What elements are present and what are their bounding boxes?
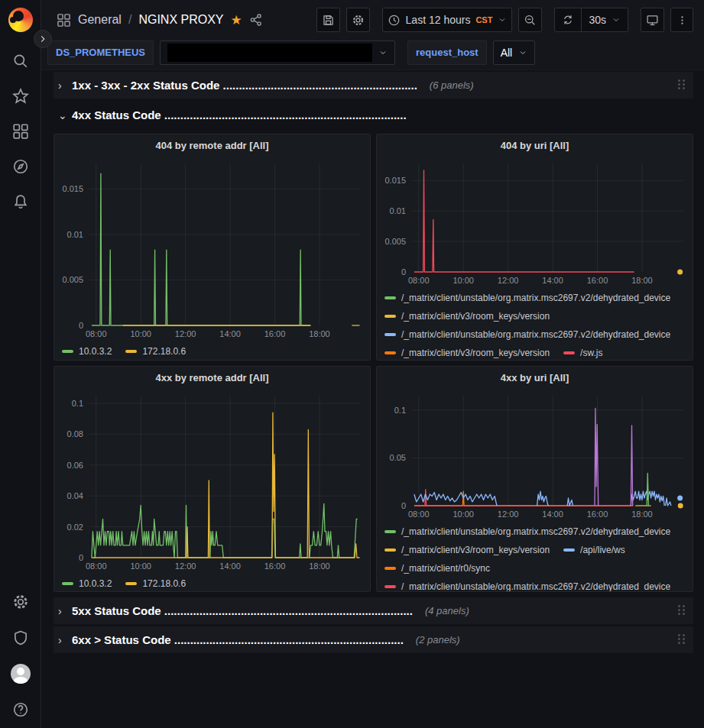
row-chevron-collapsed: ›	[58, 605, 66, 617]
legend-row: 10.0.3.2172.18.0.6	[62, 342, 362, 360]
legend-label: /_matrix/client/v3/room_keys/version	[401, 348, 550, 358]
timeseries-chart[interactable]: 00.0050.010.01508:0010:0012:0014:0016:00…	[377, 157, 693, 287]
sidebar-item-explore[interactable]	[8, 154, 33, 179]
panel-title[interactable]: 404 by uri [All]	[377, 134, 693, 157]
legend-label: 10.0.3.2	[79, 346, 112, 357]
timeseries-chart[interactable]: 00.050.108:0010:0012:0014:0016:0018:00	[377, 390, 693, 521]
legend-swatch-green	[384, 296, 396, 299]
row-drag-handle[interactable]	[678, 79, 687, 92]
row-drag-handle[interactable]	[678, 634, 687, 646]
refresh-interval-dropdown[interactable]: 30s	[581, 8, 628, 31]
panel-title[interactable]: 404 by remote addr [All]	[54, 134, 370, 157]
legend-item[interactable]: 172.18.0.6	[125, 346, 186, 357]
zoom-out-button[interactable]	[518, 8, 542, 32]
svg-text:0.005: 0.005	[384, 237, 406, 246]
breadcrumb: General / NGINX PROXY ★	[57, 13, 263, 28]
chevron-down-icon	[518, 48, 527, 57]
legend-item[interactable]: /_matrix/client/v3/room_keys/version	[384, 348, 550, 358]
clock-icon	[388, 14, 401, 27]
svg-text:14:00: 14:00	[219, 561, 241, 571]
breadcrumb-dashboard-title[interactable]: NGINX PROXY	[138, 13, 223, 27]
search-icon[interactable]	[8, 49, 33, 73]
tv-mode-button[interactable]	[641, 8, 664, 32]
row-panel-count: (6 panels)	[430, 79, 474, 91]
legend-item[interactable]: /_matrix/client/r0/sync	[384, 563, 490, 574]
kebab-menu-button[interactable]	[670, 8, 693, 32]
timeseries-chart[interactable]: 00.020.040.060.080.108:0010:0012:0014:00…	[54, 390, 370, 573]
redacted-value	[167, 44, 372, 62]
refresh-button[interactable]	[555, 8, 581, 31]
row-panel-count: (4 panels)	[425, 605, 469, 616]
legend-item[interactable]: /_matrix/client/unstable/org.matrix.msc2…	[384, 329, 670, 340]
legend-item[interactable]: /api/live/ws	[563, 545, 625, 555]
legend-item[interactable]: /sw.js	[563, 348, 602, 358]
row-chevron-expanded: ⌄	[58, 109, 66, 121]
breadcrumb-folder[interactable]: General	[78, 13, 122, 27]
user-avatar[interactable]	[8, 662, 33, 686]
legend-item[interactable]: /_matrix/client/v3/room_keys/version	[384, 545, 550, 555]
refresh-icon	[562, 14, 574, 26]
variable-select-request-host[interactable]: All	[493, 40, 536, 65]
panel-row-1: 404 by remote addr [All] 00.0050.010.015…	[54, 134, 693, 361]
legend-swatch-red	[563, 351, 575, 354]
panel-4xx-by-uri: 4xx by uri [All] 00.050.108:0010:0012:00…	[376, 366, 693, 592]
variables-bar: DS_PROMETHEUS request_host All	[41, 40, 704, 70]
row-chevron-collapsed: ›	[58, 79, 66, 92]
row-4xx[interactable]: ⌄ 4xx Status Code ......................…	[54, 102, 693, 128]
row-6xx[interactable]: › 6xx > Status Code ....................…	[54, 626, 693, 653]
legend-item[interactable]: /_matrix/client/unstable/org.matrix.msc2…	[384, 581, 670, 591]
panel-legend: 10.0.3.2172.18.0.6	[54, 573, 370, 591]
legend-swatch-blue	[563, 548, 575, 552]
sidebar-item-alerting[interactable]	[8, 189, 33, 214]
svg-text:0.005: 0.005	[62, 275, 83, 284]
legend-item[interactable]: /_matrix/client/unstable/org.matrix.msc2…	[384, 293, 670, 303]
favorite-star-icon[interactable]: ★	[231, 14, 242, 27]
sidebar	[0, 0, 41, 728]
row-title: 6xx > Status Code ......................…	[72, 633, 404, 646]
legend-swatch-green	[62, 350, 73, 353]
legend-label: /_matrix/client/unstable/org.matrix.msc2…	[401, 581, 670, 591]
legend-item[interactable]: 10.0.3.2	[62, 578, 112, 589]
sidebar-nav-bottom	[8, 590, 33, 723]
configuration-gear-icon[interactable]	[8, 590, 33, 614]
variable-select-ds-prometheus[interactable]	[160, 40, 395, 65]
help-icon[interactable]	[8, 697, 33, 722]
server-admin-shield-icon[interactable]	[8, 626, 33, 650]
panel-title[interactable]: 4xx by uri [All]	[377, 367, 693, 390]
svg-text:16:00: 16:00	[587, 276, 608, 285]
variable-request-host: request_host	[407, 40, 487, 65]
avatar	[11, 664, 31, 684]
time-picker-button[interactable]: Last 12 hours CST	[382, 8, 513, 32]
legend-row: /_matrix/client/unstable/org.matrix.msc2…	[384, 289, 685, 307]
svg-text:0.01: 0.01	[390, 206, 406, 215]
svg-text:12:00: 12:00	[175, 329, 196, 338]
share-icon[interactable]	[249, 13, 263, 27]
legend-item[interactable]: 10.0.3.2	[62, 346, 112, 357]
svg-text:0: 0	[79, 321, 83, 330]
sidebar-item-starred[interactable]	[8, 84, 33, 108]
sidebar-nav-top	[8, 49, 33, 214]
legend-item[interactable]: 172.18.0.6	[125, 578, 186, 589]
svg-text:0.015: 0.015	[384, 176, 406, 185]
legend-item[interactable]: /_matrix/client/unstable/org.matrix.msc2…	[384, 526, 670, 537]
row-1xx-3xx-2xx[interactable]: › 1xx - 3xx - 2xx Status Code ..........…	[54, 72, 693, 99]
dashboard-settings-button[interactable]	[346, 8, 370, 32]
legend-item[interactable]: /_matrix/client/v3/room_keys/version	[384, 311, 550, 322]
panel-legend: /_matrix/client/unstable/org.matrix.msc2…	[377, 521, 693, 591]
row-5xx[interactable]: › 5xx Status Code ......................…	[54, 597, 693, 624]
panel-legend: 10.0.3.2172.18.0.6	[54, 341, 370, 360]
panel-title[interactable]: 4xx by remote addr [All]	[54, 367, 370, 390]
legend-row: /_matrix/client/unstable/org.matrix.msc2…	[384, 578, 685, 591]
kebab-icon	[676, 14, 688, 27]
svg-text:0: 0	[401, 267, 406, 277]
svg-text:0.06: 0.06	[67, 461, 83, 470]
legend-label: 10.0.3.2	[79, 578, 112, 589]
sidebar-expand-button[interactable]	[34, 30, 52, 48]
grafana-logo[interactable]	[8, 8, 33, 32]
legend-swatch-yellow	[384, 315, 396, 318]
sidebar-item-dashboards[interactable]	[8, 119, 33, 144]
timeseries-chart[interactable]: 00.0050.010.01508:0010:0012:0014:0016:00…	[54, 157, 370, 341]
row-title: 1xx - 3xx - 2xx Status Code ............…	[72, 79, 417, 92]
save-dashboard-button[interactable]	[316, 8, 340, 32]
row-drag-handle[interactable]	[678, 605, 687, 617]
